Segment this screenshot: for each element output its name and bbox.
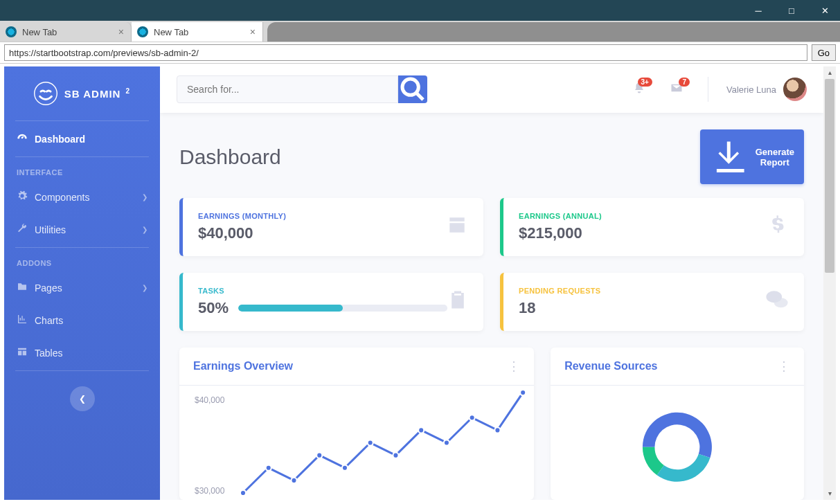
svg-point-11 <box>393 453 398 458</box>
comments-icon <box>765 288 789 316</box>
dollar-icon <box>768 215 789 240</box>
panel-menu-icon[interactable]: ⋮ <box>778 359 790 374</box>
line-chart <box>243 393 523 493</box>
calendar-icon <box>446 214 468 241</box>
svg-point-13 <box>444 440 449 446</box>
nav-label: Tables <box>35 348 62 359</box>
minimize-button[interactable]: ─ <box>749 6 768 16</box>
svg-point-9 <box>342 465 348 471</box>
sidebar-item-pages[interactable]: Pages ❯ <box>4 271 160 304</box>
sidebar-item-charts[interactable]: Charts <box>4 304 160 336</box>
scroll-thumb[interactable] <box>825 79 834 273</box>
brand[interactable]: SB ADMIN 2 <box>4 69 160 119</box>
brand-logo-icon <box>34 82 57 105</box>
page-title: Dashboard <box>179 145 281 169</box>
messages-button[interactable]: 7 <box>663 82 690 97</box>
favicon-icon <box>137 26 148 37</box>
topbar: 3+ 7 Valerie Luna <box>160 66 823 113</box>
sidebar-item-utilities[interactable]: Utilities ❯ <box>4 213 160 246</box>
clipboard-icon <box>447 289 468 315</box>
username: Valerie Luna <box>726 84 776 95</box>
alerts-button[interactable]: 3+ <box>626 82 652 97</box>
card-label: PENDING REQUESTS <box>519 287 765 295</box>
card-value: 18 <box>519 299 765 317</box>
chart-icon <box>17 314 28 327</box>
chevron-right-icon: ❯ <box>142 226 148 233</box>
nav-label: Pages <box>35 282 62 294</box>
brand-text: SB ADMIN 2 <box>64 87 130 100</box>
download-icon <box>710 136 751 178</box>
window-titlebar: ─ □ ✕ <box>0 0 840 21</box>
card-value: $215,000 <box>519 224 768 242</box>
svg-point-15 <box>494 428 500 433</box>
card-value: 50% <box>198 299 229 317</box>
messages-badge: 7 <box>679 78 690 87</box>
card-earnings-monthly: EARNINGS (MONTHLY) $40,000 <box>179 198 483 256</box>
close-window-button[interactable]: ✕ <box>815 6 834 16</box>
nav-label: Dashboard <box>35 134 85 145</box>
progress-bar <box>238 305 447 312</box>
donut-chart <box>551 386 804 500</box>
panel-menu-icon[interactable]: ⋮ <box>508 359 520 374</box>
svg-point-7 <box>291 478 296 483</box>
scrollbar[interactable]: ▴ ▾ <box>823 66 836 500</box>
wrench-icon <box>17 223 28 236</box>
panel-title: Earnings Overview <box>193 360 293 372</box>
svg-point-10 <box>368 440 373 446</box>
y-axis-labels: $40,000 $30,000 <box>195 395 236 496</box>
alerts-badge: 3+ <box>638 78 652 87</box>
browser-tab[interactable]: New Tab × <box>0 22 132 42</box>
browser-tabbar: New Tab × New Tab × <box>0 21 840 42</box>
gear-icon <box>17 190 28 204</box>
browser-tab-active[interactable]: New Tab × <box>132 22 263 42</box>
button-label: Generate Report <box>756 147 794 168</box>
svg-point-1 <box>402 79 418 95</box>
address-bar: Go <box>0 42 840 64</box>
generate-report-button[interactable]: Generate Report <box>700 129 804 185</box>
sidebar: SB ADMIN 2 Dashboard INTERFACE Component… <box>4 66 160 500</box>
nav-label: Components <box>35 192 89 203</box>
nav-heading-addons: ADDONS <box>4 249 160 271</box>
panel-revenue-sources: Revenue Sources ⋮ <box>551 348 804 500</box>
card-tasks: TASKS 50% <box>179 273 483 331</box>
search-icon <box>398 75 427 103</box>
svg-point-6 <box>266 465 271 471</box>
tachometer-icon <box>17 132 28 145</box>
nav-label: Utilities <box>35 224 66 235</box>
sidebar-item-tables[interactable]: Tables <box>4 336 160 369</box>
maximize-button[interactable]: □ <box>782 6 801 16</box>
close-tab-icon[interactable]: × <box>118 26 124 37</box>
card-label: TASKS <box>198 287 447 295</box>
go-button[interactable]: Go <box>812 44 836 61</box>
card-pending-requests: PENDING REQUESTS 18 <box>500 273 804 331</box>
folder-icon <box>17 281 28 294</box>
svg-point-0 <box>35 82 56 104</box>
svg-point-16 <box>520 390 526 395</box>
url-input[interactable] <box>4 44 807 61</box>
panel-title: Revenue Sources <box>564 360 657 372</box>
topbar-divider <box>708 77 708 102</box>
tab-title: New Tab <box>22 27 57 37</box>
close-tab-icon[interactable]: × <box>250 26 256 37</box>
scroll-down-icon[interactable]: ▾ <box>823 487 836 500</box>
favicon-icon <box>6 26 17 37</box>
chevron-left-icon: ❮ <box>79 394 86 404</box>
card-label: EARNINGS (ANNUAL) <box>519 212 768 220</box>
scroll-up-icon[interactable]: ▴ <box>823 66 836 79</box>
svg-point-14 <box>470 415 475 420</box>
user-menu[interactable]: Valerie Luna <box>726 78 807 101</box>
table-icon <box>17 346 28 359</box>
sidebar-toggle-button[interactable]: ❮ <box>70 386 95 411</box>
nav-label: Charts <box>35 315 63 326</box>
card-value: $40,000 <box>198 224 446 242</box>
card-earnings-annual: EARNINGS (ANNUAL) $215,000 <box>500 198 804 256</box>
card-label: EARNINGS (MONTHLY) <box>198 212 446 220</box>
svg-point-12 <box>418 428 424 433</box>
sidebar-item-dashboard[interactable]: Dashboard <box>4 123 160 155</box>
search-input[interactable] <box>177 75 398 103</box>
svg-point-4 <box>774 298 788 307</box>
sidebar-item-components[interactable]: Components ❯ <box>4 181 160 213</box>
chevron-right-icon: ❯ <box>142 284 148 291</box>
nav-heading-interface: INTERFACE <box>4 159 160 181</box>
search-button[interactable] <box>398 75 427 103</box>
